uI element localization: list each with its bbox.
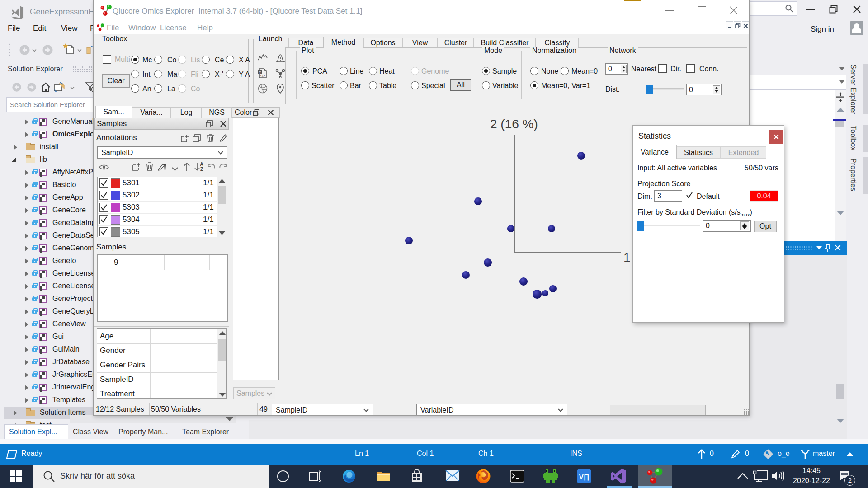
svg-text:V∏: V∏ xyxy=(579,473,589,481)
svg-text:Z: Z xyxy=(200,167,203,172)
svg-text:T: T xyxy=(259,71,261,74)
svg-text:A: A xyxy=(200,162,203,167)
svg-text:</>: </> xyxy=(260,74,265,77)
